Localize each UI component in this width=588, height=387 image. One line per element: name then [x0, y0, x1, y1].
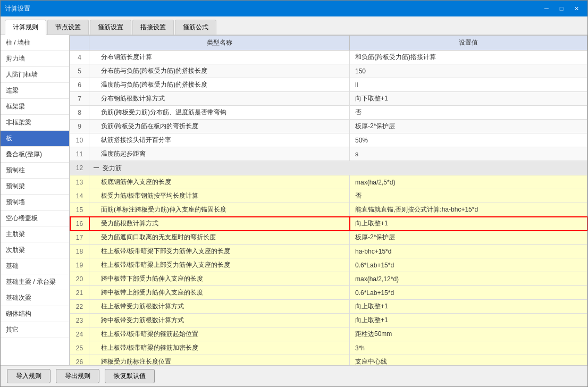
tab-stirrup-settings[interactable]: 箍筋设置 [90, 20, 131, 35]
sidebar-item-non-frame-beam[interactable]: 非框架梁 [1, 115, 69, 131]
table-row[interactable]: 22柱上板带受力筋根数计算方式向上取整+1 [70, 300, 587, 314]
table-row[interactable]: 8负筋(跨板受力筋)分布筋、温度筋是否带弯钩否 [70, 106, 587, 120]
tab-calc-rules[interactable]: 计算规则 [5, 20, 46, 35]
row-number: 23 [70, 314, 89, 327]
row-number: 8 [70, 106, 89, 120]
title-controls: ─ □ ✕ [540, 3, 583, 14]
sidebar-item-precast-col[interactable]: 预制柱 [1, 163, 69, 179]
row-number: 17 [70, 231, 89, 245]
row-name: 分布钢筋根数计算方式 [89, 92, 350, 106]
maximize-button[interactable]: □ [555, 3, 568, 14]
row-value: 支座中心线 [350, 355, 587, 366]
close-button[interactable]: ✕ [569, 3, 583, 14]
table-row[interactable]: 17受力筋遮间口取离的无支座时的弯折长度板厚-2*保护层 [70, 231, 587, 245]
row-value: 向上取整+1 [350, 217, 587, 231]
table-row[interactable]: 23跨中板带受力筋根数计算方式向上取整+1 [70, 314, 587, 327]
row-value: 150 [350, 64, 587, 78]
sidebar-item-hollow-slab[interactable]: 空心楼盖板 [1, 211, 69, 226]
tab-stirrup-formula[interactable]: 箍筋公式 [175, 20, 216, 35]
window-title: 计算设置 [5, 4, 30, 13]
restore-defaults-button[interactable]: 恢复默认值 [105, 369, 155, 383]
sidebar-item-col-wall[interactable]: 柱 / 墙柱 [1, 35, 69, 51]
table-row[interactable]: 5分布筋与负筋(跨板受力筋)的搭接长度150 [70, 64, 587, 78]
tab-node-settings[interactable]: 节点设置 [47, 20, 89, 35]
row-name: 跨中板带下部受力筋伸入支座的长度 [89, 272, 350, 286]
row-value: 板厚-2*保护层 [350, 231, 587, 245]
sidebar-item-precast-wall[interactable]: 预制墙 [1, 195, 69, 211]
row-number: 4 [70, 51, 89, 64]
sidebar-item-foundation-sec-beam[interactable]: 基础次梁 [1, 290, 69, 306]
table-area: 类型名称 设置值 4分布钢筋长度计算和负筋(跨板受力筋)搭接计算5分布筋与负筋(… [70, 35, 587, 365]
row-value: 否 [350, 106, 587, 120]
row-number: 26 [70, 355, 89, 366]
row-name: 柱上板带/板带暗梁上部受力筋伸入支座的长度 [89, 258, 350, 272]
col-num-header [70, 36, 89, 51]
table-row[interactable]: 15面筋(单标注跨板受力筋)伸入支座的锚固长度能直锚就直锚,否则按公式计算:ha… [70, 203, 587, 217]
import-rules-button[interactable]: 导入规则 [7, 369, 51, 383]
export-rules-button[interactable]: 导出规则 [56, 369, 99, 383]
row-value: max(ha/2,12*d) [350, 272, 587, 286]
table-row[interactable]: 20跨中板带下部受力筋伸入支座的长度max(ha/2,12*d) [70, 272, 587, 286]
row-name: 柱上板带受力筋根数计算方式 [89, 300, 350, 314]
settings-table: 类型名称 设置值 4分布钢筋长度计算和负筋(跨板受力筋)搭接计算5分布筋与负筋(… [70, 35, 587, 365]
row-name: 受力筋根数计算方式 [89, 217, 350, 231]
row-number: 7 [70, 92, 89, 106]
row-value: 和负筋(跨板受力筋)搭接计算 [350, 51, 587, 64]
sidebar-item-sec-rib-beam[interactable]: 次肋梁 [1, 242, 69, 258]
table-row[interactable]: 26跨板受力筋标注长度位置支座中心线 [70, 355, 587, 366]
table-row[interactable]: 10纵筋搭接接头错开百分率50% [70, 133, 587, 147]
row-name: 负筋(跨板受力筋)分布筋、温度筋是否带弯钩 [89, 106, 350, 120]
sidebar-item-civil-wall[interactable]: 人防门框墙 [1, 67, 69, 83]
table-row[interactable]: 14板受力筋/板带钢筋按平均长度计算否 [70, 189, 587, 203]
minimize-button[interactable]: ─ [540, 3, 553, 14]
table-row[interactable]: 25柱上板带/板带暗梁的箍筋加密长度3*h [70, 341, 587, 355]
row-value: 距柱边50mm [350, 327, 587, 341]
row-number: 6 [70, 78, 89, 92]
table-row[interactable]: 13板底钢筋伸入支座的长度max(ha/2,5*d) [70, 175, 587, 189]
row-value: 能直锚就直锚,否则按公式计算:ha-bhc+15*d [350, 203, 587, 217]
row-name: 负筋/跨板受力筋在板内的弯折长度 [89, 120, 350, 133]
row-name: 跨中板带受力筋根数计算方式 [89, 314, 350, 327]
tabs-bar: 计算规则 节点设置 箍筋设置 搭接设置 箍筋公式 [1, 16, 587, 35]
row-number: 24 [70, 327, 89, 341]
main-content: 柱 / 墙柱 剪力墙 人防门框墙 连梁 框架梁 非框架梁 板 叠合板(整厚) 预… [1, 35, 587, 365]
table-row[interactable]: 21跨中板带上部受力筋伸入支座的长度0.6*Lab+15*d [70, 286, 587, 300]
table-row[interactable]: 24柱上板带/板带暗梁的箍筋起始位置距柱边50mm [70, 327, 587, 341]
table-row[interactable]: 6温度筋与负筋(跨板受力筋)的搭接长度ll [70, 78, 587, 92]
sidebar-item-foundation[interactable]: 基础 [1, 258, 69, 274]
table-row[interactable]: 9负筋/跨板受力筋在板内的弯折长度板厚-2*保护层 [70, 120, 587, 133]
row-value: 0.6*Lab+15*d [350, 286, 587, 300]
row-name: 受力筋遮间口取离的无支座时的弯折长度 [89, 231, 350, 245]
row-number: 12 [70, 161, 89, 175]
row-name: 板底钢筋伸入支座的长度 [89, 175, 350, 189]
sidebar-item-shear-wall[interactable]: 剪力墙 [1, 51, 69, 67]
sidebar-item-foundation-main-beam[interactable]: 基础主梁 / 承台梁 [1, 274, 69, 290]
row-value: 否 [350, 189, 587, 203]
sidebar-item-masonry[interactable]: 砌体结构 [1, 306, 69, 322]
table-row[interactable]: 19柱上板带/板带暗梁上部受力筋伸入支座的长度0.6*Lab+15*d [70, 258, 587, 272]
sidebar-item-precast-beam[interactable]: 预制梁 [1, 179, 69, 195]
table-row[interactable]: 16受力筋根数计算方式向上取整+1 [70, 217, 587, 231]
sidebar-item-other[interactable]: 其它 [1, 322, 69, 338]
title-bar: 计算设置 ─ □ ✕ [1, 1, 587, 16]
row-number: 25 [70, 341, 89, 355]
sidebar-item-composite-slab[interactable]: 叠合板(整厚) [1, 147, 69, 163]
row-name: 跨中板带上部受力筋伸入支座的长度 [89, 286, 350, 300]
table-row[interactable]: 18柱上板带/板带暗梁下部受力筋伸入支座的长度ha-bhc+15*d [70, 245, 587, 258]
row-name: 分布筋与负筋(跨板受力筋)的搭接长度 [89, 64, 350, 78]
sidebar-item-slab[interactable]: 板 [1, 131, 69, 147]
row-number: 13 [70, 175, 89, 189]
table-row[interactable]: 12─ 受力筋 [70, 161, 587, 175]
row-number: 19 [70, 258, 89, 272]
sidebar-item-main-rib-beam[interactable]: 主肋梁 [1, 226, 69, 242]
sidebar-item-link-beam[interactable]: 连梁 [1, 83, 69, 99]
tab-lap-settings[interactable]: 搭接设置 [132, 20, 174, 35]
row-value: 3*h [350, 341, 587, 355]
table-row[interactable]: 4分布钢筋长度计算和负筋(跨板受力筋)搭接计算 [70, 51, 587, 64]
table-row[interactable]: 11温度筋起步距离s [70, 147, 587, 161]
row-value: max(ha/2,5*d) [350, 175, 587, 189]
sidebar-item-frame-beam[interactable]: 框架梁 [1, 99, 69, 115]
row-name: 柱上板带/板带暗梁的箍筋起始位置 [89, 327, 350, 341]
table-row[interactable]: 7分布钢筋根数计算方式向下取整+1 [70, 92, 587, 106]
row-name: 柱上板带/板带暗梁的箍筋加密长度 [89, 341, 350, 355]
